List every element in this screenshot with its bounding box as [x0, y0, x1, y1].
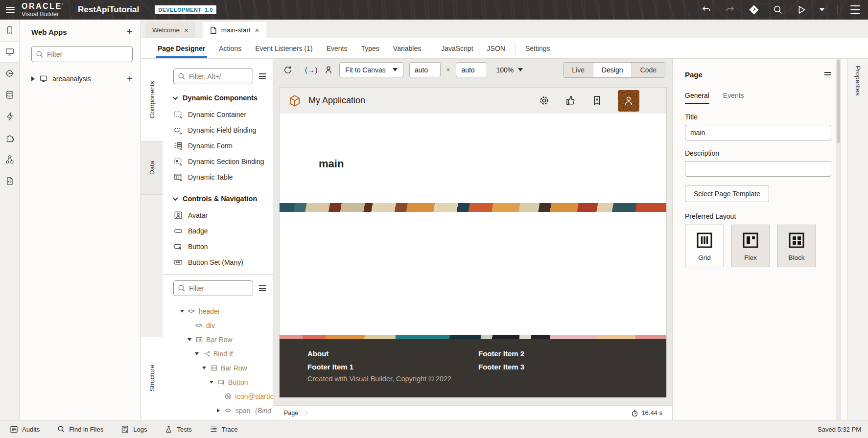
- component-dynamic-section-binding[interactable]: Dynamic Section Binding: [173, 154, 266, 169]
- logs-button[interactable]: Logs: [121, 425, 147, 434]
- components-menu-icon[interactable]: [259, 72, 266, 80]
- footer-link-item2[interactable]: Footer Item 2: [478, 349, 625, 358]
- nav-settings[interactable]: Settings: [518, 38, 557, 58]
- create-web-app-button[interactable]: +: [126, 26, 133, 37]
- live-sync-icon[interactable]: (→): [305, 66, 318, 74]
- search-icon[interactable]: [773, 4, 783, 15]
- tab-welcome[interactable]: Welcome ×: [145, 22, 195, 38]
- tree-node-div[interactable]: <> div: [173, 318, 273, 332]
- tab-main-start[interactable]: main-start ×: [203, 22, 266, 38]
- footer-link-item1[interactable]: Footer Item 1: [307, 363, 478, 371]
- tab-events[interactable]: Events: [723, 92, 744, 104]
- layout-grid-button[interactable]: Grid: [685, 225, 724, 267]
- component-dynamic-form[interactable]: Dynamic Form: [173, 138, 266, 154]
- page-heading[interactable]: main: [319, 158, 666, 170]
- tree-node-button[interactable]: Button: [173, 375, 273, 389]
- web-app-tree-item[interactable]: areaanalysis +: [31, 74, 133, 84]
- tree-node-icon-start[interactable]: Icon@startIcon: [173, 389, 273, 403]
- run-options-caret-icon[interactable]: [820, 8, 824, 11]
- trace-button[interactable]: Trace: [210, 425, 238, 434]
- section-dynamic-components[interactable]: Dynamic Components: [173, 94, 266, 102]
- web-apps-filter-input[interactable]: [47, 50, 128, 58]
- collapse-caret-icon[interactable]: [202, 367, 206, 369]
- page-content-body[interactable]: [280, 212, 666, 335]
- collapse-caret-icon[interactable]: [195, 352, 199, 355]
- select-page-template-button[interactable]: Select Page Template: [685, 185, 769, 202]
- collapse-caret-icon[interactable]: [210, 381, 213, 384]
- tests-button[interactable]: Tests: [164, 425, 191, 434]
- rail-actions[interactable]: [0, 106, 19, 127]
- tree-node-bar-row[interactable]: Bar Row: [173, 332, 273, 346]
- fit-to-canvas-dropdown[interactable]: Fit to Canvas: [339, 62, 403, 77]
- bookmark-add-icon[interactable]: [591, 95, 603, 106]
- tree-node-bar-row-2[interactable]: Bar Row: [173, 361, 273, 375]
- section-controls-navigation[interactable]: Controls & Navigation: [173, 195, 266, 203]
- nav-variables[interactable]: Variables: [386, 38, 428, 58]
- page-content-top[interactable]: main: [280, 114, 666, 203]
- footer-link-about[interactable]: About: [307, 349, 478, 358]
- rail-components[interactable]: [0, 127, 19, 149]
- component-avatar[interactable]: Avatar: [173, 207, 266, 223]
- nav-event-listeners[interactable]: Event Listeners (1): [248, 38, 320, 58]
- nav-page-designer[interactable]: Page Designer: [151, 38, 212, 58]
- layout-flex-button[interactable]: Flex: [731, 225, 770, 267]
- rail-business-objects[interactable]: [0, 84, 19, 106]
- tree-node-header[interactable]: <> header: [173, 304, 273, 318]
- user-persona-icon[interactable]: [324, 65, 333, 75]
- breadcrumb[interactable]: Page: [284, 410, 298, 416]
- component-dynamic-container[interactable]: Dynamic Container: [173, 107, 266, 122]
- tree-node-span[interactable]: <> span (Bind: [173, 403, 273, 417]
- expand-caret-icon[interactable]: [217, 409, 220, 413]
- properties-scrollbar[interactable]: [836, 59, 841, 420]
- mode-code-button[interactable]: Code: [632, 63, 665, 77]
- rail-source[interactable]: [0, 170, 19, 192]
- page-frame[interactable]: My Application: [280, 88, 666, 397]
- collapse-caret-icon[interactable]: [180, 310, 184, 313]
- mode-live-button[interactable]: Live: [563, 63, 593, 77]
- properties-rail-label[interactable]: Properties: [854, 66, 862, 96]
- thumbs-up-icon[interactable]: [565, 95, 576, 106]
- properties-menu-icon[interactable]: [824, 70, 831, 79]
- layout-block-button[interactable]: Block: [777, 225, 816, 267]
- title-field[interactable]: [685, 125, 831, 140]
- rail-mobile-apps[interactable]: [0, 20, 19, 41]
- tab-components[interactable]: Components: [141, 59, 163, 141]
- find-in-files-button[interactable]: Find in Files: [57, 425, 103, 433]
- tab-structure[interactable]: Structure: [141, 337, 163, 420]
- app-header[interactable]: My Application: [280, 88, 666, 114]
- user-avatar[interactable]: [618, 90, 639, 112]
- structure-filter-input[interactable]: [189, 284, 249, 292]
- run-play-icon[interactable]: [796, 4, 807, 15]
- component-button[interactable]: Button: [173, 239, 266, 254]
- rail-web-apps[interactable]: [0, 41, 19, 63]
- rail-service-connections[interactable]: [0, 63, 19, 84]
- canvas-height-input[interactable]: [461, 66, 482, 74]
- undo-icon[interactable]: [701, 4, 712, 15]
- tree-node-bind-if[interactable]: Bind If: [173, 346, 273, 361]
- component-dynamic-table[interactable]: Dynamic Table: [173, 169, 266, 185]
- nav-json[interactable]: JSON: [480, 38, 512, 58]
- structure-menu-icon[interactable]: [259, 284, 266, 292]
- canvas-width-input[interactable]: [415, 66, 435, 74]
- component-badge[interactable]: Badge: [173, 223, 266, 239]
- close-icon[interactable]: ×: [184, 26, 188, 34]
- design-viewport[interactable]: My Application: [273, 81, 672, 405]
- close-icon[interactable]: ×: [255, 26, 259, 34]
- main-menu-icon[interactable]: [6, 5, 15, 14]
- zoom-dropdown[interactable]: 100%: [496, 66, 523, 74]
- tab-general[interactable]: General: [685, 92, 709, 104]
- components-filter-input[interactable]: [189, 72, 249, 80]
- collapse-caret-icon[interactable]: [188, 338, 191, 341]
- settings-gear-icon[interactable]: [539, 95, 550, 106]
- add-page-button[interactable]: +: [127, 74, 133, 84]
- expand-caret-icon[interactable]: [31, 76, 35, 81]
- nav-javascript[interactable]: JavaScript: [434, 38, 480, 58]
- tab-data[interactable]: Data: [141, 141, 163, 195]
- diagnostics-diamond-icon[interactable]: [748, 4, 760, 16]
- redo-icon[interactable]: [725, 4, 735, 15]
- component-dynamic-field-binding[interactable]: Dynamic Field Binding: [173, 122, 266, 138]
- nav-actions[interactable]: Actions: [212, 38, 248, 58]
- description-field[interactable]: [685, 161, 831, 177]
- rail-processes[interactable]: [0, 149, 19, 170]
- nav-types[interactable]: Types: [354, 38, 386, 58]
